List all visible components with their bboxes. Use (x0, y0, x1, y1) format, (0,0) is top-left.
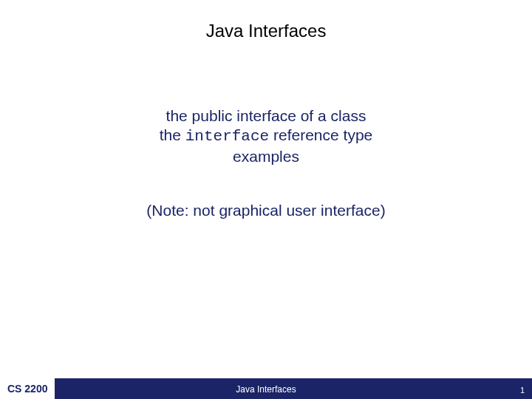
body-line-2-keyword: interface (185, 128, 269, 145)
body-line-2-post: reference type (269, 126, 372, 143)
slide-title: Java Interfaces (0, 21, 532, 41)
body-line-2-pre: the (160, 126, 185, 143)
body-line-3: examples (0, 147, 532, 166)
body-line-2: the interface reference type (0, 126, 532, 146)
page-number: 1 (520, 386, 525, 395)
slide-body: the public interface of a class the inte… (0, 106, 532, 166)
slide-note: (Note: not graphical user interface) (0, 202, 532, 219)
footer-title: Java Interfaces (0, 384, 532, 395)
body-line-1: the public interface of a class (0, 106, 532, 126)
